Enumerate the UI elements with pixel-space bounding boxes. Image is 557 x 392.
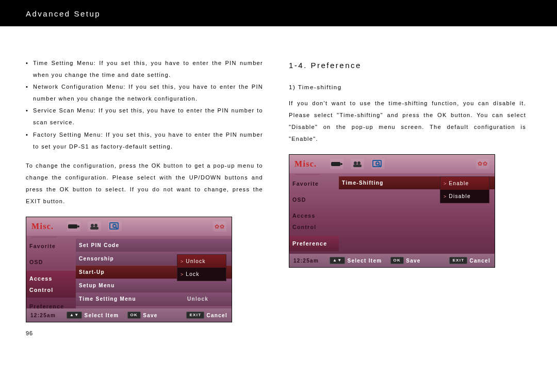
tv-title: Misc. [294, 155, 317, 173]
tv-footer: 12:25am ▲▼Select Item OKSave EXITCancel [289, 254, 495, 267]
list-row[interactable]: Time Setting MenuUnlock [76, 292, 232, 305]
bullet-item: Time Setting Menu: If you set this, you … [26, 57, 263, 81]
sidebar-item[interactable]: OSD [26, 255, 76, 269]
popup-option[interactable]: Lock [177, 268, 226, 281]
svg-point-1 [77, 225, 79, 227]
header-title: Advanced Setup [26, 9, 101, 18]
sidebar-item-selected[interactable]: Preference [289, 236, 339, 251]
list-row[interactable]: Set PIN Code [76, 239, 232, 252]
popup-option[interactable]: Disable [440, 190, 489, 203]
svg-point-10 [354, 161, 357, 165]
bullet-item: Network Configuration Menu: If you set t… [26, 81, 263, 105]
page-header: Advanced Setup [0, 0, 557, 26]
tv-top-bar: Misc. ✿✿ [26, 217, 232, 236]
hint-select: ▲▼Select Item [67, 310, 119, 321]
hint-cancel: EXITCancel [186, 310, 227, 321]
screenshot-preference: Misc. ✿✿ Favorite OSD Access Control Pre… [289, 154, 495, 268]
sidebar-item[interactable]: Favorite [26, 239, 76, 253]
people-icon [351, 159, 364, 169]
right-column: 1-4. Preference 1) Time-shifting If you … [289, 57, 526, 339]
hint-save: OKSave [127, 310, 158, 321]
search-screen-icon [371, 159, 385, 169]
tv-footer: 12:25am ▲▼Select Item OKSave EXITCancel [26, 308, 232, 322]
device-icon [67, 221, 80, 232]
sidebar-item-selected[interactable]: Access Control [26, 271, 76, 298]
svg-rect-12 [353, 165, 362, 167]
left-column: Time Setting Menu: If you set this, you … [26, 57, 263, 339]
bullet-item: Service Scan Menu: If you set this, you … [26, 105, 263, 128]
sub-heading: 1) Time-shifting [289, 81, 526, 93]
hint-select: ▲▼Select Item [330, 255, 382, 266]
left-paragraph: To change the configuration, press the O… [26, 160, 263, 207]
bullet-list: Time Setting Menu: If you set this, you … [26, 57, 263, 153]
popup-menu[interactable]: Enable Disable [440, 176, 489, 203]
tv-body: Favorite OSD Access Control Preference S… [26, 236, 232, 309]
clock: 12:25am [293, 255, 321, 266]
screenshot-access-control: Misc. ✿✿ Favorite OSD Access Control Pre… [26, 217, 232, 322]
right-paragraph: If you don't want to use the time-shifti… [289, 97, 526, 145]
sidebar-item[interactable]: OSD [289, 192, 339, 207]
content-columns: Time Setting Menu: If you set this, you … [0, 26, 557, 339]
tv-body: Favorite OSD Access Control Preference T… [289, 173, 495, 255]
people-icon [88, 221, 101, 232]
tv-top-bar: Misc. ✿✿ [289, 155, 495, 173]
svg-point-2 [91, 224, 94, 227]
svg-point-11 [357, 161, 361, 165]
gears-icon: ✿✿ [476, 159, 489, 169]
bullet-item: Factory Setting Menu: If you set this, y… [26, 129, 263, 153]
svg-rect-4 [90, 227, 99, 230]
hint-save: OKSave [390, 255, 421, 266]
hint-cancel: EXITCancel [449, 255, 490, 266]
section-heading: 1-4. Preference [289, 57, 526, 74]
sidebar-item[interactable]: Access Control [289, 208, 339, 234]
popup-menu[interactable]: Unlock Lock [177, 254, 226, 281]
device-icon [330, 159, 343, 169]
page-number: 96 [26, 328, 263, 339]
svg-rect-8 [331, 162, 340, 166]
popup-option-selected[interactable]: Enable [440, 177, 489, 190]
sidebar-item[interactable]: Favorite [289, 176, 339, 191]
search-screen-icon [108, 221, 122, 232]
gears-icon: ✿✿ [213, 221, 226, 232]
clock: 12:25am [30, 310, 58, 321]
tv-sidebar: Favorite OSD Access Control Preference [26, 236, 76, 309]
svg-point-9 [340, 163, 342, 165]
svg-rect-0 [68, 224, 77, 228]
popup-option-selected[interactable]: Unlock [177, 255, 226, 268]
tv-sidebar: Favorite OSD Access Control Preference [289, 173, 339, 255]
tv-title: Misc. [31, 218, 54, 235]
svg-point-3 [94, 224, 97, 227]
